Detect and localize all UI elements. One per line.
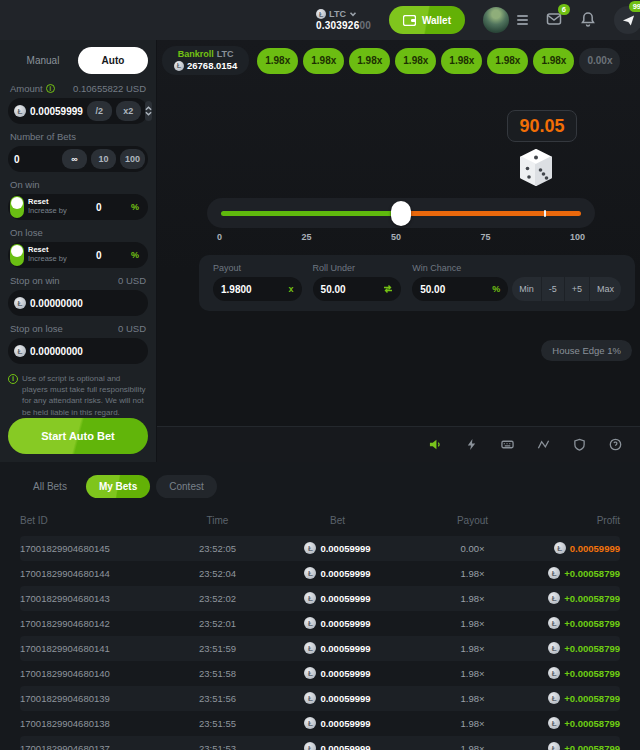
multiplier-pill[interactable]: 1.98x (349, 48, 390, 74)
messages-button[interactable]: 6 (546, 11, 562, 29)
table-row[interactable]: 17001829904680140 23:51:58 Ł0.00059999 1… (20, 661, 620, 686)
hotkeys-icon[interactable] (501, 438, 514, 451)
table-row[interactable]: 17001829904680141 23:51:59 Ł0.00059999 1… (20, 636, 620, 661)
stop-on-lose-input[interactable]: 0.00000000 (30, 346, 145, 357)
stop-on-win-input[interactable]: 0.00000000 (30, 298, 145, 309)
roll-under-field: 50.00 (313, 277, 402, 301)
bet-profit: Ł+0.00058799 (535, 567, 620, 579)
slider-handle[interactable] (391, 201, 411, 226)
live-stats-icon[interactable] (537, 438, 550, 451)
multiplier-pill-inactive[interactable]: 0.00x (579, 48, 620, 74)
slider-track[interactable] (221, 211, 581, 216)
on-lose-value-input[interactable]: 0 (71, 250, 127, 261)
tab-all-bets[interactable]: All Bets (20, 475, 80, 498)
multiplier-pill[interactable]: 1.98x (533, 48, 574, 74)
bet-time: 23:52:05 (170, 543, 265, 554)
roll-under-input[interactable]: 50.00 (321, 284, 346, 295)
ten-bets-button[interactable]: 10 (91, 149, 116, 169)
stop-on-win-field: Ł 0.00000000 (8, 290, 148, 316)
amount-label: Amounti (10, 83, 55, 94)
notifications-button[interactable] (580, 11, 596, 29)
bet-amount: Ł0.00059999 (265, 742, 410, 750)
game-controls-panel: Payout 1.9800 x Roll Under 50.00 Win Cha… (199, 255, 635, 311)
multiplier-pill[interactable]: 1.98x (257, 48, 298, 74)
sound-icon[interactable] (429, 438, 442, 451)
tab-my-bets[interactable]: My Bets (86, 475, 150, 498)
win-chance-input[interactable]: 50.00 (420, 284, 445, 295)
bet-time: 23:52:01 (170, 618, 265, 629)
top-bar: Ł LTC 0.30392600 Wallet 6 99 (0, 0, 640, 40)
fairness-shield-icon[interactable] (573, 438, 586, 451)
on-lose-label: On lose (10, 227, 43, 238)
amount-stepper[interactable] (145, 101, 152, 121)
tab-manual[interactable]: Manual (8, 47, 78, 74)
roll-result: 90.05 (507, 110, 577, 142)
currency-selector[interactable]: Ł LTC 0.30392600 (316, 9, 371, 31)
bet-profit: Ł+0.00058799 (535, 717, 620, 729)
table-row[interactable]: 17001829904680144 23:52:04 Ł0.00059999 1… (20, 561, 620, 586)
table-row[interactable]: 17001829904680137 23:51:53 Ł0.00059999 1… (20, 736, 620, 750)
hundred-bets-button[interactable]: 100 (120, 149, 145, 169)
table-row[interactable]: 17001829904680145 23:52:05 Ł0.00059999 0… (20, 536, 620, 561)
turbo-icon[interactable] (465, 438, 478, 451)
minus5-button[interactable]: -5 (541, 277, 564, 301)
table-row[interactable]: 17001829904680143 23:52:02 Ł0.00059999 1… (20, 586, 620, 611)
max-button[interactable]: Max (589, 277, 621, 301)
ltc-coin-icon: Ł (304, 692, 316, 704)
roll-under-label: Roll Under (313, 263, 402, 273)
on-win-value-input[interactable]: 0 (71, 202, 127, 213)
ltc-coin-icon: Ł (304, 592, 316, 604)
min-button[interactable]: Min (512, 277, 541, 301)
multiplier-pill[interactable]: 1.98x (487, 48, 528, 74)
bets-table-body: 17001829904680145 23:52:05 Ł0.00059999 0… (20, 536, 620, 750)
ltc-coin-icon: Ł (304, 567, 316, 579)
on-win-reset-toggle[interactable] (10, 196, 24, 218)
start-auto-bet-button[interactable]: Start Auto Bet (8, 418, 148, 454)
double-amount-button[interactable]: x2 (116, 101, 141, 121)
wallet-button[interactable]: Wallet (389, 6, 465, 34)
plus5-button[interactable]: +5 (564, 277, 589, 301)
increase-by-option[interactable]: Increase by (28, 255, 67, 264)
amount-input[interactable]: 0.00059999 (30, 106, 83, 117)
infinity-bets-button[interactable]: ∞ (62, 149, 87, 169)
payout-field: 1.9800 x (213, 277, 302, 301)
chat-send-icon (622, 14, 635, 27)
multiplier-sign: x (289, 284, 294, 294)
house-edge-badge: House Edge 1% (541, 340, 632, 361)
ltc-coin-icon: Ł (554, 542, 566, 554)
bets-tabs: All Bets My Bets Contest (20, 462, 620, 502)
bet-id: 17001829904680138 (20, 718, 170, 729)
avatar[interactable] (483, 7, 509, 33)
tab-auto[interactable]: Auto (78, 47, 148, 74)
user-menu[interactable] (483, 7, 528, 33)
bet-profit: Ł+0.00058799 (535, 692, 620, 704)
stop-on-win-usd: 0 USD (118, 275, 146, 286)
app: Ł LTC 0.30392600 Wallet 6 99 (0, 0, 640, 750)
table-row[interactable]: 17001829904680139 23:51:56 Ł0.00059999 1… (20, 686, 620, 711)
increase-by-option[interactable]: Increase by (28, 207, 67, 216)
ltc-coin-icon: Ł (548, 667, 560, 679)
number-of-bets-input[interactable]: 0 (14, 154, 58, 165)
number-of-bets-label: Number of Bets (10, 131, 76, 142)
multiplier-pill[interactable]: 1.98x (441, 48, 482, 74)
table-row[interactable]: 17001829904680142 23:52:01 Ł0.00059999 1… (20, 611, 620, 636)
number-of-bets-field: 0 ∞ 10 100 (8, 146, 148, 172)
ltc-coin-icon: Ł (304, 667, 316, 679)
on-lose-reset-toggle[interactable] (10, 244, 24, 266)
swap-icon[interactable] (383, 284, 393, 294)
payout-input[interactable]: 1.9800 (221, 284, 252, 295)
chat-button[interactable]: 99 (614, 6, 640, 34)
ltc-coin-icon: Ł (304, 542, 316, 554)
multiplier-pill[interactable]: 1.98x (303, 48, 344, 74)
bet-payout: 1.98× (410, 593, 535, 604)
table-row[interactable]: 17001829904680138 23:51:55 Ł0.00059999 1… (20, 711, 620, 736)
script-disclaimer: i Use of script is optional and players … (8, 373, 148, 418)
bet-amount: Ł0.00059999 (265, 717, 410, 729)
multiplier-pill[interactable]: 1.98x (395, 48, 436, 74)
tab-contest[interactable]: Contest (156, 475, 216, 498)
stop-on-lose-usd: 0 USD (118, 323, 146, 334)
help-icon[interactable] (609, 438, 622, 451)
bet-time: 23:51:58 (170, 668, 265, 679)
currency-code: LTC (329, 9, 346, 19)
half-amount-button[interactable]: /2 (87, 101, 112, 121)
